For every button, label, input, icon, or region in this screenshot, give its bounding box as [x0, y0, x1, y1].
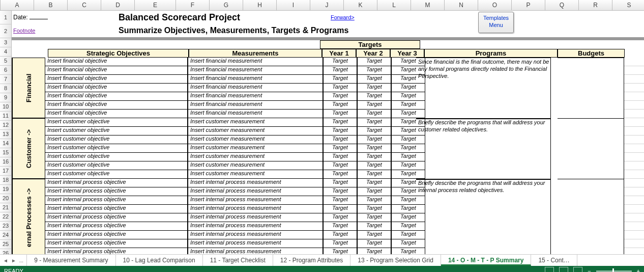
zoom-slider[interactable] [596, 270, 632, 272]
measurement-cell[interactable]: Insert financial measurement [188, 75, 323, 84]
budget-cell[interactable] [558, 58, 624, 66]
objective-cell[interactable]: Insert internal process objective [45, 231, 188, 239]
target-y2-cell[interactable]: Target [357, 239, 391, 248]
target-y1-cell[interactable]: Target [323, 127, 357, 135]
budget-cell[interactable] [558, 179, 624, 187]
col-header-I[interactable]: I [277, 0, 310, 10]
target-y2-cell[interactable]: Target [357, 101, 391, 110]
row-header-26[interactable]: 26 [0, 249, 11, 254]
zoom-in-icon[interactable]: + [637, 268, 640, 272]
target-y1-cell[interactable]: Target [323, 179, 357, 187]
target-y2-cell[interactable]: Target [357, 84, 391, 92]
budget-cell[interactable] [558, 248, 624, 254]
target-y1-cell[interactable]: Target [323, 66, 357, 75]
target-y1-cell[interactable]: Target [323, 110, 357, 118]
row-header-1[interactable]: 1 [0, 11, 11, 24]
tab-next-icon[interactable]: ► [11, 258, 16, 263]
tab-12[interactable]: 12 - Program Attributes [273, 255, 350, 266]
objective-cell[interactable]: Insert financial objective [45, 75, 188, 84]
view-layout-icon[interactable] [559, 267, 568, 272]
col-header-R[interactable]: R [579, 0, 612, 10]
objective-cell[interactable]: Insert customer objective [45, 127, 188, 135]
program-cell[interactable]: Briefly describe the programs that will … [416, 118, 551, 180]
row-header-3[interactable]: 3 [0, 38, 11, 47]
budget-cell[interactable] [558, 170, 624, 179]
budget-cell[interactable] [558, 66, 624, 75]
budget-cell[interactable] [558, 127, 624, 135]
row-header-10[interactable]: 10 [0, 102, 11, 112]
target-y2-cell[interactable]: Target [357, 118, 391, 127]
objective-cell[interactable]: Insert customer objective [45, 144, 188, 153]
target-y2-cell[interactable]: Target [357, 144, 391, 153]
col-header-S[interactable]: S [612, 0, 644, 10]
target-y1-cell[interactable]: Target [323, 248, 357, 254]
target-y2-cell[interactable]: Target [357, 153, 391, 161]
target-y2-cell[interactable]: Target [357, 187, 391, 196]
col-header-F[interactable]: F [176, 0, 210, 10]
row-header-14[interactable]: 14 [0, 139, 11, 148]
col-header-O[interactable]: O [478, 0, 512, 10]
col-header-L[interactable]: L [377, 0, 411, 10]
view-pagebreak-icon[interactable] [573, 267, 582, 272]
objective-cell[interactable]: Insert internal process objective [45, 213, 188, 222]
target-y2-cell[interactable]: Target [357, 66, 391, 75]
row-header-21[interactable]: 21 [0, 203, 11, 212]
tab-prev-icon[interactable]: ◄ [3, 258, 8, 263]
tab-15[interactable]: 15 - Cont… [531, 255, 577, 266]
budget-cell[interactable] [558, 92, 624, 101]
view-normal-icon[interactable] [545, 267, 554, 272]
objective-cell[interactable]: Insert financial objective [45, 84, 188, 92]
row-header-7[interactable]: 7 [0, 75, 11, 84]
budget-cell[interactable] [558, 205, 624, 213]
budget-cell[interactable] [558, 118, 624, 127]
row-header-20[interactable]: 20 [0, 194, 11, 203]
row-header-9[interactable]: 9 [0, 93, 11, 102]
col-header-G[interactable]: G [210, 0, 243, 10]
objective-cell[interactable]: Insert internal process objective [45, 205, 188, 213]
tab-9[interactable]: 9 - Measurement Summary [27, 255, 115, 266]
target-y2-cell[interactable]: Target [357, 231, 391, 239]
row-header-11[interactable]: 11 [0, 112, 11, 121]
measurement-cell[interactable]: Insert customer measurement [188, 144, 323, 153]
row-header-8[interactable]: 8 [0, 84, 11, 93]
measurement-cell[interactable]: Insert financial measurement [188, 92, 323, 101]
row-header-6[interactable]: 6 [0, 66, 11, 75]
col-header-C[interactable]: C [68, 0, 101, 10]
target-y1-cell[interactable]: Target [323, 187, 357, 196]
row-header-18[interactable]: 18 [0, 176, 11, 185]
measurement-cell[interactable]: Insert customer measurement [188, 161, 323, 170]
sheet-cells[interactable]: Date: Balanced Scorecard ProjectForward>… [12, 11, 644, 254]
tab-14[interactable]: 14 - O - M - T - P Summary [441, 255, 531, 266]
objective-cell[interactable]: Insert internal process objective [45, 248, 188, 254]
measurement-cell[interactable]: Insert internal process measurement [188, 239, 323, 248]
measurement-cell[interactable]: Insert internal process measurement [188, 231, 323, 239]
objective-cell[interactable]: Insert customer objective [45, 170, 188, 179]
objective-cell[interactable]: Insert financial objective [45, 58, 188, 66]
date-input-line[interactable] [30, 19, 48, 19]
measurement-cell[interactable]: Insert financial measurement [188, 101, 323, 110]
objective-cell[interactable]: Insert financial objective [45, 110, 188, 118]
budget-cell[interactable] [558, 101, 624, 110]
row-header-25[interactable]: 25 [0, 240, 11, 249]
col-header-B[interactable]: B [34, 0, 68, 10]
measurement-cell[interactable]: Insert financial measurement [188, 84, 323, 92]
budget-cell[interactable] [558, 222, 624, 231]
program-cell[interactable]: Briefly describe the programs that will … [416, 179, 551, 254]
budget-cell[interactable] [558, 187, 624, 196]
target-y1-cell[interactable]: Target [323, 170, 357, 179]
target-y1-cell[interactable]: Target [323, 239, 357, 248]
objective-cell[interactable]: Insert customer objective [45, 118, 188, 127]
budget-cell[interactable] [558, 110, 624, 118]
col-header-J[interactable]: J [310, 0, 344, 10]
row-header-24[interactable]: 24 [0, 231, 11, 240]
target-y2-cell[interactable]: Target [357, 222, 391, 231]
target-y1-cell[interactable]: Target [323, 101, 357, 110]
row-header-2[interactable]: 2 [0, 24, 11, 38]
program-cell[interactable]: Since financial is the final outcome, th… [416, 58, 551, 119]
objective-cell[interactable]: Insert internal process objective [45, 179, 188, 187]
objective-cell[interactable]: Insert internal process objective [45, 187, 188, 196]
footnote-link[interactable]: Footnote [13, 28, 35, 34]
col-header-H[interactable]: H [243, 0, 277, 10]
measurement-cell[interactable]: Insert internal process measurement [188, 248, 323, 254]
tab-more-icon[interactable]: ... [19, 258, 23, 263]
